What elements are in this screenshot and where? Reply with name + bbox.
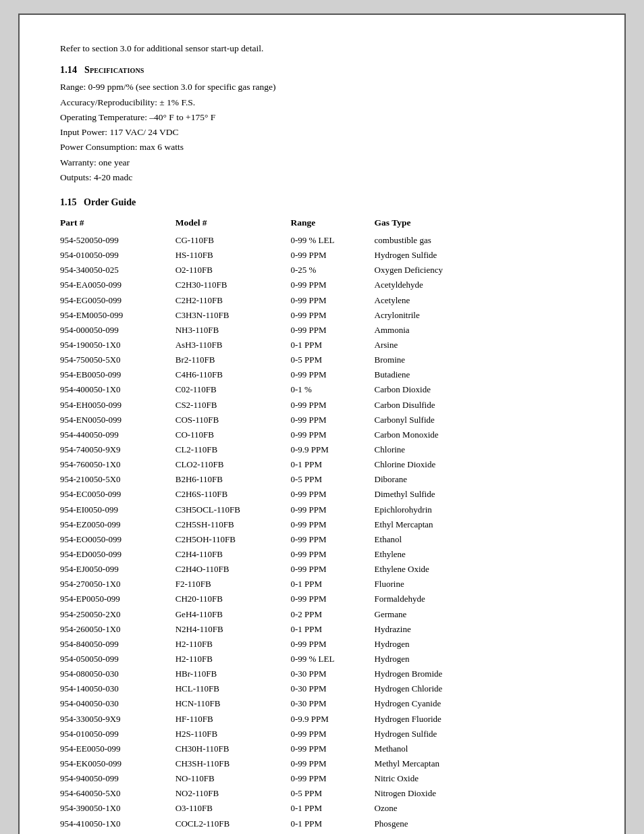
intro-text: Refer to section 3.0 for additional sens… — [60, 42, 584, 55]
table-cell: 0-99 PPM — [290, 547, 374, 562]
table-cell: CL2-110FB — [176, 442, 291, 457]
table-cell: 0-30 PPM — [290, 681, 374, 696]
table-cell: 954-740050-9X9 — [60, 442, 176, 457]
table-cell: 0-99 PPM — [290, 771, 374, 786]
table-cell: 0-1 PPM — [290, 338, 374, 353]
spec-line: Range: 0-99 ppm/% (see section 3.0 for s… — [60, 80, 584, 95]
table-cell: COCL2-110FB — [176, 816, 291, 831]
table-cell: Hydrogen Fluoride — [375, 712, 584, 727]
section-115-name: Order Guide — [84, 197, 136, 207]
table-cell: O3-110FB — [176, 801, 291, 816]
table-cell: C2H5SH-110FB — [176, 517, 291, 532]
table-cell: Ethyl Mercaptan — [375, 517, 584, 532]
table-cell: 0-99 PPM — [290, 741, 374, 756]
table-row: 954-440050-099CO-110FB0-99 PPMCarbon Mon… — [60, 427, 584, 442]
table-row: 954-840050-099H2-110FB0-99 PPMHydrogen — [60, 637, 584, 652]
table-cell: 954-EO0050-099 — [60, 532, 176, 547]
spec-line: Power Consumption: max 6 watts — [60, 140, 584, 155]
table-row: 954-140050-030HCL-110FB0-30 PPMHydrogen … — [60, 681, 584, 696]
table-row: 954-250050-2X0GeH4-110FB0-2 PPMGermane — [60, 607, 584, 622]
table-cell: 0-9.9 PPM — [290, 442, 374, 457]
table-cell: Germane — [375, 607, 584, 622]
table-cell: Hydrogen Sulfide — [375, 727, 584, 741]
table-cell: 954-EA0050-099 — [60, 278, 176, 292]
table-cell: Formaldehyde — [375, 592, 584, 606]
table-cell: 954-EN0050-099 — [60, 413, 176, 427]
table-cell: COS-110FB — [176, 413, 291, 427]
table-cell: Carbon Monoxide — [375, 427, 584, 442]
table-cell: 0-99 PPM — [290, 367, 374, 382]
page: Refer to section 3.0 for additional sens… — [18, 14, 626, 834]
table-cell: F2-110FB — [176, 577, 291, 592]
table-cell: Hydrogen Bromide — [375, 667, 584, 681]
table-cell: C2H5OH-110FB — [176, 532, 291, 547]
table-cell: 954-760050-1X0 — [60, 457, 176, 472]
table-cell: CLO2-110FB — [176, 457, 291, 472]
table-row: 954-210050-5X0B2H6-110FB0-5 PPMDiborane — [60, 472, 584, 487]
table-cell: 0-99 PPM — [290, 727, 374, 741]
table-cell: 954-270050-1X0 — [60, 577, 176, 592]
table-cell: CO-110FB — [176, 427, 291, 442]
table-cell: Bromine — [375, 353, 584, 367]
table-cell: 954-080050-030 — [60, 667, 176, 681]
table-cell: C2H6S-110FB — [176, 487, 291, 502]
table-cell: 954-000050-099 — [60, 323, 176, 338]
order-table: Part # Model # Range Gas Type 954-520050… — [60, 216, 584, 834]
table-row: 954-EE0050-099CH30H-110FB0-99 PPMMethano… — [60, 741, 584, 756]
table-cell: 954-840050-099 — [60, 637, 176, 652]
table-cell: 0-99 PPM — [290, 248, 374, 263]
table-cell: Carbon Dioxide — [375, 382, 584, 397]
table-cell: 954-640050-5X0 — [60, 786, 176, 801]
table-cell: Phosphine — [375, 831, 584, 834]
table-row: 954-EI0050-099C3H5OCL-110FB0-99 PPMEpich… — [60, 502, 584, 517]
table-cell: H2-110FB — [176, 652, 291, 667]
table-row: 954-390050-1X0O3-110FB0-1 PPMOzone — [60, 801, 584, 816]
table-cell: Acetylene — [375, 293, 584, 308]
section-115-number: 1.15 — [60, 197, 77, 207]
table-cell: N2H4-110FB — [176, 622, 291, 637]
table-cell: C2H30-110FB — [176, 278, 291, 292]
table-cell: 954-EH0050-099 — [60, 398, 176, 413]
table-cell: 954-EB0050-099 — [60, 367, 176, 382]
table-cell: Chlorine Dioxide — [375, 457, 584, 472]
table-cell: Phosgene — [375, 816, 584, 831]
table-cell: 954-250050-2X0 — [60, 607, 176, 622]
table-cell: Chlorine — [375, 442, 584, 457]
specs-block: Range: 0-99 ppm/% (see section 3.0 for s… — [60, 80, 584, 185]
table-cell: 954-ED0050-099 — [60, 547, 176, 562]
table-cell: 0-99 PPM — [290, 278, 374, 292]
table-cell: 954-EZ0050-099 — [60, 517, 176, 532]
table-row: 954-ED0050-099C2H4-110FB0-99 PPMEthylene — [60, 547, 584, 562]
table-cell: CS2-110FB — [176, 398, 291, 413]
table-cell: 954-400050-1X0 — [60, 382, 176, 397]
spec-line: Warranty: one year — [60, 155, 584, 170]
table-cell: 0-5 PPM — [290, 831, 374, 834]
spec-line: Outputs: 4-20 madc — [60, 170, 584, 185]
table-cell: 954-410050-1X0 — [60, 816, 176, 831]
table-cell: Nitric Oxide — [375, 771, 584, 786]
table-cell: Hydrogen — [375, 652, 584, 667]
table-cell: Ethanol — [375, 532, 584, 547]
table-cell: 954-190050-1X0 — [60, 338, 176, 353]
table-cell: Ethylene Oxide — [375, 562, 584, 577]
table-cell: 0-99 PPM — [290, 293, 374, 308]
table-row: 954-EJ0050-099C2H4O-110FB0-99 PPMEthylen… — [60, 562, 584, 577]
spec-line: Input Power: 117 VAC/ 24 VDC — [60, 125, 584, 140]
section-114-number: 1.14 — [60, 65, 77, 75]
table-cell: HF-110FB — [176, 712, 291, 727]
table-cell: 954-040050-030 — [60, 696, 176, 711]
table-cell: HCN-110FB — [176, 696, 291, 711]
table-row: 954-EC0050-099C2H6S-110FB0-99 PPMDimethy… — [60, 487, 584, 502]
table-cell: PH3-110FB — [176, 831, 291, 834]
section-114-name: Specifications — [84, 65, 144, 75]
table-row: 954-EP0050-099CH20-110FB0-99 PPMFormalde… — [60, 592, 584, 606]
table-cell: 0-1 % — [290, 382, 374, 397]
table-cell: 0-5 PPM — [290, 472, 374, 487]
table-cell: AsH3-110FB — [176, 338, 291, 353]
table-cell: 954-330050-9X9 — [60, 712, 176, 727]
table-row: 954-040050-030HCN-110FB0-30 PPMHydrogen … — [60, 696, 584, 711]
table-cell: H2-110FB — [176, 637, 291, 652]
table-cell: CG-110FB — [176, 233, 291, 248]
table-cell: 954-210050-5X0 — [60, 472, 176, 487]
table-cell: Epichlorohydrin — [375, 502, 584, 517]
